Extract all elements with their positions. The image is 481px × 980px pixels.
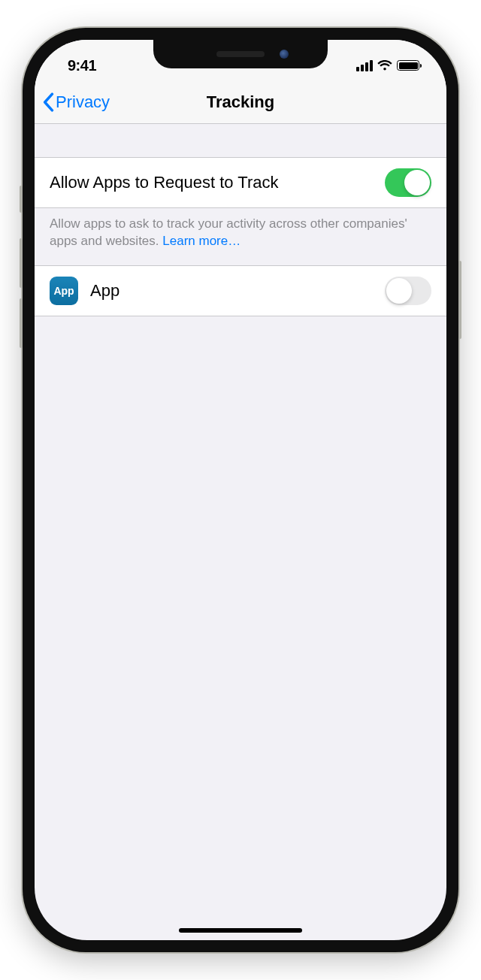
- app-name-label: App: [90, 281, 119, 301]
- home-indicator[interactable]: [179, 928, 302, 933]
- app-icon-text: App: [53, 285, 74, 297]
- allow-tracking-label: Allow Apps to Request to Track: [50, 173, 279, 192]
- back-button[interactable]: Privacy: [42, 92, 110, 112]
- volume-up-button[interactable]: [20, 238, 23, 288]
- notch: [153, 40, 328, 68]
- status-time: 9:41: [68, 57, 96, 74]
- speaker: [216, 51, 265, 57]
- front-camera: [280, 50, 289, 59]
- chevron-left-icon: [42, 92, 54, 112]
- volume-down-button[interactable]: [20, 298, 23, 348]
- screen: 9:41 Privacy Tracking: [35, 40, 446, 940]
- app-tracking-row: App App: [35, 265, 446, 316]
- tracking-description: Allow apps to ask to track your activity…: [35, 208, 446, 265]
- status-icons: [356, 60, 419, 71]
- wifi-icon: [377, 60, 392, 71]
- learn-more-link[interactable]: Learn more…: [162, 234, 240, 248]
- mute-switch[interactable]: [20, 186, 23, 213]
- power-button[interactable]: [458, 261, 461, 339]
- toggle-knob: [386, 278, 412, 304]
- phone-frame: 9:41 Privacy Tracking: [23, 28, 458, 952]
- app-icon: App: [50, 277, 78, 305]
- allow-tracking-row: Allow Apps to Request to Track: [35, 157, 446, 208]
- allow-tracking-toggle[interactable]: [385, 168, 431, 197]
- group-spacer: [35, 124, 446, 157]
- back-label: Privacy: [56, 92, 110, 112]
- cellular-signal-icon: [356, 60, 373, 71]
- nav-bar: Privacy Tracking: [35, 80, 446, 124]
- app-tracking-toggle[interactable]: [385, 277, 431, 305]
- toggle-knob: [404, 170, 430, 195]
- battery-icon: [397, 60, 419, 71]
- page-title: Tracking: [207, 92, 274, 112]
